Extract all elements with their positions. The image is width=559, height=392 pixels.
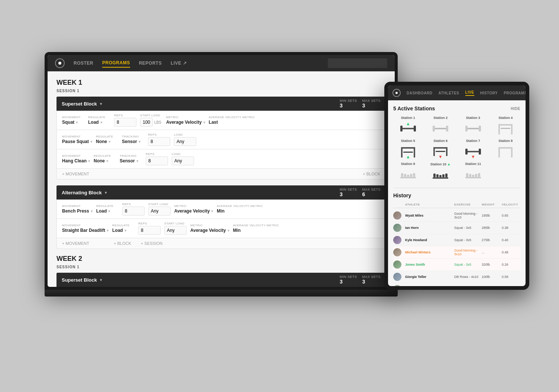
- station-8[interactable]: Station 8: [491, 139, 521, 159]
- exercise-6: DB Rows - 4x10: [454, 275, 480, 279]
- squat-reps-input[interactable]: 8: [114, 118, 136, 127]
- deadlift-metric-field: METRIC Average Velocity ▾: [190, 224, 229, 233]
- add-block-btn-1[interactable]: + BLOCK: [363, 172, 380, 176]
- squat-startload-input[interactable]: 100: [140, 118, 153, 127]
- history-row-2[interactable]: Ian Horn Squat - 3x5 285lb 0.38: [393, 222, 520, 234]
- stations-grid: Station 1 ▲ Station 2: [393, 116, 520, 182]
- svg-rect-41: [442, 174, 445, 177]
- squat-avgmet-field: AVERAGE VELOCITY METRIC Last: [209, 116, 255, 125]
- station-1[interactable]: Station 1 ▲: [393, 116, 423, 136]
- svg-rect-43: [465, 177, 481, 178]
- week2-block-chevron[interactable]: ▾: [100, 278, 102, 282]
- tablet-nav-programs[interactable]: PROGRAMS: [504, 91, 526, 95]
- history-row-6[interactable]: Giorgie Teller DB Rows - 4x10 100lb 0.58: [393, 271, 520, 283]
- tablet-nav-live[interactable]: LIVE: [465, 90, 474, 96]
- deadlift-reps-input[interactable]: 8: [138, 226, 161, 235]
- station-11[interactable]: Station 11: [458, 162, 488, 182]
- alternating-chevron[interactable]: ▾: [105, 191, 107, 195]
- squat-reps-field: REPS 8: [114, 114, 136, 127]
- tablet-inner: DASHBOARD ATHLETES LIVE HISTORY PROGRAMS…: [388, 85, 526, 286]
- station-5[interactable]: Station 5 ▲: [393, 139, 423, 159]
- svg-rect-39: [436, 174, 439, 177]
- avatar-6: [393, 273, 401, 281]
- svg-rect-21: [433, 147, 447, 149]
- laptop-screen-inner: ROSTER PROGRAMS REPORTS LIVE ↗ WEEK 1 SE…: [48, 55, 395, 287]
- svg-text:▲: ▲: [406, 121, 410, 126]
- weight-1: 185lb: [482, 214, 500, 217]
- bench-startload-input[interactable]: Any: [148, 207, 171, 216]
- history-row-1[interactable]: Wyatt Miles Good Morning - 3x10 185lb 0.…: [393, 210, 520, 222]
- superset-block: Superset Block ▾ MIN SETS 3 MAX SETS 3: [56, 97, 386, 179]
- hang-clean-regulate-value: None: [94, 158, 105, 163]
- pause-squat-load-input[interactable]: Any: [174, 137, 196, 146]
- tablet-nav-dashboard[interactable]: DASHBOARD: [407, 91, 433, 95]
- svg-text:▲: ▲: [406, 154, 410, 159]
- hang-clean-reps-input[interactable]: 8: [146, 156, 168, 165]
- svg-rect-37: [433, 177, 448, 179]
- hang-clean-reps-field: REPS 8: [146, 152, 168, 165]
- week2-block-name-label: Superset Block: [62, 277, 97, 283]
- avatar-2: [393, 224, 401, 232]
- movement-row-deadlift: MOVEMENT Straight Bar Deadlift ▾ REGULAT…: [56, 219, 386, 238]
- tablet-device: DASHBOARD ATHLETES LIVE HISTORY PROGRAMS…: [384, 82, 529, 290]
- week2-max-sets-value: 3: [362, 279, 381, 285]
- week2-superset-block-header: Superset Block ▾ MIN SETS 3 MAX SETS 3: [56, 273, 386, 287]
- svg-rect-31: [400, 177, 416, 178]
- nav-programs[interactable]: PROGRAMS: [102, 59, 130, 68]
- station-2[interactable]: Station 2: [426, 116, 456, 136]
- min-sets-value: 3: [340, 103, 357, 108]
- block-chevron[interactable]: ▾: [100, 102, 102, 106]
- hide-button[interactable]: HIDE: [511, 107, 520, 111]
- svg-rect-46: [472, 175, 474, 177]
- nav-live[interactable]: LIVE ↗: [171, 59, 187, 67]
- exercise-5: Squat - 3x5: [454, 263, 480, 266]
- section-divider: [393, 188, 520, 188]
- history-row-5[interactable]: Jones Smith Squat - 3x5 320lb 0.26: [393, 259, 520, 271]
- squat-movement-chevron: ▾: [76, 120, 78, 124]
- week2-min-sets-value: 3: [340, 279, 357, 285]
- station-10[interactable]: Station 10 ▲: [426, 162, 456, 182]
- station-6[interactable]: Station 6 ▼: [426, 139, 456, 159]
- bench-metric-value: Average Velocity: [174, 208, 210, 214]
- tablet-nav-history[interactable]: HISTORY: [480, 91, 498, 95]
- history-row-7[interactable]: Andy Kohl DB Rows - 4x10 115lb 0.58: [393, 283, 520, 286]
- nav-reports[interactable]: REPORTS: [139, 59, 162, 67]
- col-weight: WEIGHT: [482, 203, 500, 206]
- svg-rect-26: [479, 149, 481, 155]
- station-4[interactable]: Station 4: [491, 116, 521, 136]
- add-movement-btn-2[interactable]: + MOVEMENT: [62, 241, 89, 246]
- week1-title: WEEK 1: [56, 79, 386, 87]
- movement-row-bench-press: MOVEMENT Bench Press ▾ REGULATE Load ▾: [56, 200, 386, 219]
- deadlift-startload-input[interactable]: Any: [164, 226, 187, 235]
- station-3[interactable]: Station 3: [458, 116, 488, 136]
- nav-roster[interactable]: ROSTER: [74, 59, 93, 67]
- history-row-3[interactable]: Kyle Howland Squat - 3x5 275lb 0.40: [393, 234, 520, 246]
- exercise-3: Squat - 3x5: [454, 238, 480, 242]
- nav-search[interactable]: [328, 58, 387, 68]
- pause-squat-reps-input[interactable]: 8: [148, 137, 170, 146]
- add-movement-btn-1[interactable]: + MOVEMENT: [62, 172, 89, 176]
- avatar-3: [393, 236, 401, 244]
- hang-clean-load-input[interactable]: Any: [172, 156, 194, 165]
- add-block-btn-2[interactable]: + BLOCK: [114, 241, 131, 246]
- svg-rect-44: [466, 173, 468, 177]
- svg-rect-12: [498, 124, 513, 126]
- squat-metric-field: METRIC Average Velocity ▾: [166, 116, 205, 125]
- hang-clean-tracking-field: TRACKING Sensor ▾: [120, 154, 142, 163]
- col-velocity: VELOCITY: [502, 203, 520, 206]
- add-session-btn[interactable]: + SESSION: [141, 241, 162, 246]
- station-9[interactable]: Station 9: [393, 162, 423, 182]
- svg-rect-22: [436, 151, 445, 152]
- history-row-4[interactable]: Michael Winters Good Morning - 3x10 ... …: [393, 246, 520, 259]
- svg-rect-6: [446, 126, 448, 132]
- superset-block-header: Superset Block ▾ MIN SETS 3 MAX SETS 3: [56, 97, 386, 111]
- athlete-name-4: Michael Winters: [405, 250, 453, 254]
- athlete-name-1: Wyatt Miles: [405, 214, 453, 217]
- max-sets-label: MAX SETS: [362, 99, 381, 103]
- svg-rect-2: [414, 126, 416, 132]
- svg-rect-24: [467, 151, 479, 152]
- tablet-nav-athletes[interactable]: ATHLETES: [439, 91, 459, 95]
- svg-rect-30: [498, 147, 513, 149]
- bench-reps-input[interactable]: 8: [122, 207, 145, 216]
- station-7[interactable]: Station 7 ▼: [458, 139, 488, 159]
